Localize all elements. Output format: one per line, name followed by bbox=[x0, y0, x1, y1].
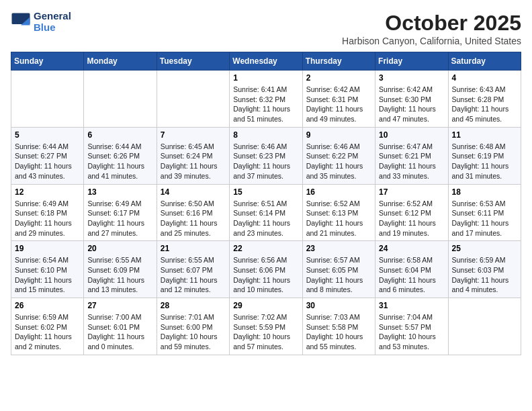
day-number: 14 bbox=[161, 187, 226, 197]
day-detail: Sunrise: 6:58 AMSunset: 6:04 PMDaylight:… bbox=[379, 255, 444, 295]
day-detail: Sunrise: 6:49 AMSunset: 6:18 PMDaylight:… bbox=[15, 199, 80, 238]
day-number: 12 bbox=[15, 187, 80, 197]
weekday-header: Friday bbox=[375, 52, 448, 71]
weekday-header: Monday bbox=[84, 52, 157, 71]
day-number: 29 bbox=[233, 301, 298, 310]
day-detail: Sunrise: 6:51 AMSunset: 6:14 PMDaylight:… bbox=[233, 199, 298, 238]
day-number: 24 bbox=[379, 244, 444, 253]
calendar-day-cell: 12 Sunrise: 6:49 AMSunset: 6:18 PMDaylig… bbox=[11, 184, 84, 241]
calendar-day-cell: 27 Sunrise: 7:00 AMSunset: 6:01 PMDaylig… bbox=[84, 298, 157, 355]
calendar-table: SundayMondayTuesdayWednesdayThursdayFrid… bbox=[11, 52, 521, 355]
calendar-day-cell: 19 Sunrise: 6:54 AMSunset: 6:10 PMDaylig… bbox=[11, 241, 84, 298]
calendar-day-cell: 26 Sunrise: 6:59 AMSunset: 6:02 PMDaylig… bbox=[11, 298, 84, 355]
day-number: 27 bbox=[87, 301, 152, 310]
day-number: 8 bbox=[233, 130, 298, 140]
calendar-day-cell: 7 Sunrise: 6:45 AMSunset: 6:24 PMDayligh… bbox=[157, 127, 229, 184]
day-detail: Sunrise: 6:46 AMSunset: 6:23 PMDaylight:… bbox=[233, 142, 298, 181]
day-number: 21 bbox=[161, 244, 226, 253]
calendar-day-cell: 9 Sunrise: 6:46 AMSunset: 6:22 PMDayligh… bbox=[302, 127, 375, 184]
day-number: 5 bbox=[15, 130, 80, 140]
weekday-header: Sunday bbox=[11, 52, 84, 71]
page-header: General Blue October 2025 Harbison Canyo… bbox=[11, 11, 521, 46]
day-number: 16 bbox=[306, 187, 371, 197]
logo: General Blue bbox=[11, 11, 71, 33]
day-detail: Sunrise: 6:57 AMSunset: 6:05 PMDaylight:… bbox=[306, 255, 371, 295]
day-detail: Sunrise: 6:44 AMSunset: 6:27 PMDaylight:… bbox=[15, 142, 80, 181]
location: Harbison Canyon, California, United Stat… bbox=[342, 36, 521, 46]
logo-line2: Blue bbox=[34, 22, 71, 34]
day-number: 10 bbox=[379, 130, 444, 140]
calendar-day-cell: 18 Sunrise: 6:53 AMSunset: 6:11 PMDaylig… bbox=[448, 184, 521, 241]
day-detail: Sunrise: 6:49 AMSunset: 6:17 PMDaylight:… bbox=[87, 199, 152, 238]
day-detail: Sunrise: 7:02 AMSunset: 5:59 PMDaylight:… bbox=[233, 312, 298, 352]
day-detail: Sunrise: 6:47 AMSunset: 6:21 PMDaylight:… bbox=[379, 142, 444, 181]
day-number: 2 bbox=[306, 73, 371, 83]
calendar-week-row: 1 Sunrise: 6:41 AMSunset: 6:32 PMDayligh… bbox=[11, 71, 521, 128]
calendar-week-row: 5 Sunrise: 6:44 AMSunset: 6:27 PMDayligh… bbox=[11, 127, 521, 184]
day-detail: Sunrise: 7:00 AMSunset: 6:01 PMDaylight:… bbox=[87, 312, 152, 352]
day-number: 25 bbox=[452, 244, 517, 253]
day-detail: Sunrise: 6:56 AMSunset: 6:06 PMDaylight:… bbox=[233, 255, 298, 295]
calendar-day-cell: 1 Sunrise: 6:41 AMSunset: 6:32 PMDayligh… bbox=[230, 71, 302, 128]
calendar-day-cell: 5 Sunrise: 6:44 AMSunset: 6:27 PMDayligh… bbox=[11, 127, 84, 184]
day-number: 6 bbox=[87, 130, 152, 140]
calendar-day-cell: 25 Sunrise: 6:59 AMSunset: 6:03 PMDaylig… bbox=[448, 241, 521, 298]
calendar-day-cell: 22 Sunrise: 6:56 AMSunset: 6:06 PMDaylig… bbox=[230, 241, 302, 298]
day-number: 17 bbox=[379, 187, 444, 197]
day-detail: Sunrise: 7:04 AMSunset: 5:57 PMDaylight:… bbox=[379, 312, 444, 352]
day-number: 1 bbox=[233, 73, 298, 83]
day-detail: Sunrise: 6:43 AMSunset: 6:28 PMDaylight:… bbox=[452, 85, 517, 124]
calendar-day-cell bbox=[157, 71, 229, 128]
weekday-header: Thursday bbox=[302, 52, 375, 71]
logo-icon bbox=[11, 12, 31, 32]
calendar-week-row: 12 Sunrise: 6:49 AMSunset: 6:18 PMDaylig… bbox=[11, 184, 521, 241]
calendar-day-cell: 24 Sunrise: 6:58 AMSunset: 6:04 PMDaylig… bbox=[375, 241, 448, 298]
calendar-header-row: SundayMondayTuesdayWednesdayThursdayFrid… bbox=[11, 52, 521, 71]
day-number: 23 bbox=[306, 244, 371, 253]
logo-line1: General bbox=[34, 11, 71, 22]
calendar-day-cell: 8 Sunrise: 6:46 AMSunset: 6:23 PMDayligh… bbox=[230, 127, 302, 184]
calendar-day-cell: 11 Sunrise: 6:48 AMSunset: 6:19 PMDaylig… bbox=[448, 127, 521, 184]
calendar-day-cell: 15 Sunrise: 6:51 AMSunset: 6:14 PMDaylig… bbox=[230, 184, 302, 241]
calendar-day-cell: 4 Sunrise: 6:43 AMSunset: 6:28 PMDayligh… bbox=[448, 71, 521, 128]
calendar-day-cell: 10 Sunrise: 6:47 AMSunset: 6:21 PMDaylig… bbox=[375, 127, 448, 184]
day-detail: Sunrise: 6:48 AMSunset: 6:19 PMDaylight:… bbox=[452, 142, 517, 181]
calendar-day-cell: 23 Sunrise: 6:57 AMSunset: 6:05 PMDaylig… bbox=[302, 241, 375, 298]
weekday-header: Saturday bbox=[448, 52, 521, 71]
calendar-day-cell bbox=[84, 71, 157, 128]
day-detail: Sunrise: 6:55 AMSunset: 6:09 PMDaylight:… bbox=[87, 255, 152, 295]
calendar-day-cell: 28 Sunrise: 7:01 AMSunset: 6:00 PMDaylig… bbox=[157, 298, 229, 355]
calendar-day-cell: 20 Sunrise: 6:55 AMSunset: 6:09 PMDaylig… bbox=[84, 241, 157, 298]
day-number: 4 bbox=[452, 73, 517, 83]
day-detail: Sunrise: 6:55 AMSunset: 6:07 PMDaylight:… bbox=[161, 255, 226, 295]
title-block: October 2025 Harbison Canyon, California… bbox=[342, 11, 521, 46]
calendar-day-cell bbox=[448, 298, 521, 355]
calendar-day-cell: 2 Sunrise: 6:42 AMSunset: 6:31 PMDayligh… bbox=[302, 71, 375, 128]
day-detail: Sunrise: 7:03 AMSunset: 5:58 PMDaylight:… bbox=[306, 312, 371, 352]
calendar-day-cell: 31 Sunrise: 7:04 AMSunset: 5:57 PMDaylig… bbox=[375, 298, 448, 355]
day-detail: Sunrise: 6:46 AMSunset: 6:22 PMDaylight:… bbox=[306, 142, 371, 181]
day-detail: Sunrise: 7:01 AMSunset: 6:00 PMDaylight:… bbox=[161, 312, 226, 352]
calendar-week-row: 19 Sunrise: 6:54 AMSunset: 6:10 PMDaylig… bbox=[11, 241, 521, 298]
day-detail: Sunrise: 6:54 AMSunset: 6:10 PMDaylight:… bbox=[15, 255, 80, 295]
calendar-day-cell: 30 Sunrise: 7:03 AMSunset: 5:58 PMDaylig… bbox=[302, 298, 375, 355]
day-detail: Sunrise: 6:50 AMSunset: 6:16 PMDaylight:… bbox=[161, 199, 226, 238]
calendar-day-cell: 17 Sunrise: 6:52 AMSunset: 6:12 PMDaylig… bbox=[375, 184, 448, 241]
day-detail: Sunrise: 6:59 AMSunset: 6:03 PMDaylight:… bbox=[452, 255, 517, 295]
day-number: 3 bbox=[379, 73, 444, 83]
calendar-day-cell: 6 Sunrise: 6:44 AMSunset: 6:26 PMDayligh… bbox=[84, 127, 157, 184]
day-detail: Sunrise: 6:41 AMSunset: 6:32 PMDaylight:… bbox=[233, 85, 298, 124]
day-number: 26 bbox=[15, 301, 80, 310]
calendar-day-cell: 13 Sunrise: 6:49 AMSunset: 6:17 PMDaylig… bbox=[84, 184, 157, 241]
day-detail: Sunrise: 6:59 AMSunset: 6:02 PMDaylight:… bbox=[15, 312, 80, 352]
day-number: 22 bbox=[233, 244, 298, 253]
day-number: 7 bbox=[161, 130, 226, 140]
calendar-week-row: 26 Sunrise: 6:59 AMSunset: 6:02 PMDaylig… bbox=[11, 298, 521, 355]
day-number: 28 bbox=[161, 301, 226, 310]
day-number: 13 bbox=[87, 187, 152, 197]
calendar-day-cell: 3 Sunrise: 6:42 AMSunset: 6:30 PMDayligh… bbox=[375, 71, 448, 128]
day-detail: Sunrise: 6:42 AMSunset: 6:30 PMDaylight:… bbox=[379, 85, 444, 124]
day-number: 18 bbox=[452, 187, 517, 197]
calendar-day-cell: 14 Sunrise: 6:50 AMSunset: 6:16 PMDaylig… bbox=[157, 184, 229, 241]
weekday-header: Tuesday bbox=[157, 52, 229, 71]
